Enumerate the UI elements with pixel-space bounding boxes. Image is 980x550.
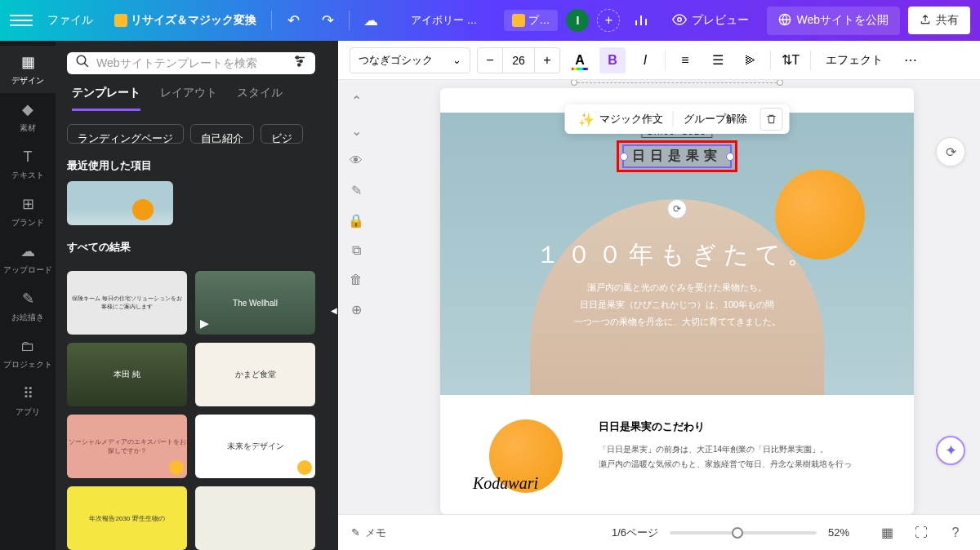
- reload-button[interactable]: ⟳: [936, 137, 965, 166]
- brand-title[interactable]: 日日是果実: [632, 149, 722, 162]
- chip-landing[interactable]: ランディングページ: [67, 124, 184, 144]
- spacing-button[interactable]: ⫸: [737, 47, 764, 73]
- template-thumb[interactable]: かまど食堂: [195, 343, 315, 406]
- thumb-label: 未来をデザイン: [227, 441, 284, 452]
- font-size-input[interactable]: [502, 48, 535, 73]
- duplicate-icon[interactable]: ⧉: [352, 243, 361, 258]
- increase-size-button[interactable]: +: [535, 48, 559, 73]
- template-thumb[interactable]: 本田 純: [67, 343, 187, 406]
- chip-business[interactable]: ビジ: [261, 124, 303, 144]
- upload-icon: ☁: [18, 242, 38, 261]
- kodawari-image[interactable]: Kodawari: [473, 419, 579, 501]
- rail-text[interactable]: Tテキスト: [0, 140, 56, 188]
- template-thumb[interactable]: The Wellhall▶: [195, 271, 315, 335]
- hero-title[interactable]: １００年もぎたて。: [440, 238, 914, 272]
- rail-apps[interactable]: ⠿アプリ: [0, 377, 56, 424]
- pro-label: プ…: [528, 13, 550, 28]
- template-thumb[interactable]: 年次報告2030 野生生物の: [67, 486, 187, 550]
- tab-templates[interactable]: テンプレート: [72, 86, 140, 111]
- document-title[interactable]: アイボリー …: [392, 13, 496, 28]
- rail-brand[interactable]: ⊞ブランド: [0, 188, 56, 235]
- chevron-down-icon[interactable]: ⌄: [351, 123, 362, 139]
- trash-icon[interactable]: 🗑: [350, 273, 363, 287]
- chevron-up-icon[interactable]: ⌃: [351, 93, 362, 109]
- zoom-slider[interactable]: [670, 531, 817, 534]
- rotate-handle-icon[interactable]: ⟳: [667, 199, 687, 219]
- ai-sparkle-button[interactable]: ✦: [936, 436, 965, 465]
- search-icon: [75, 54, 90, 72]
- notes-button[interactable]: ✎ メモ: [351, 526, 386, 540]
- template-thumb[interactable]: 保険キーム 毎日の住宅ソリューションをお客様にご案内します: [67, 271, 187, 335]
- recent-template-thumb[interactable]: [67, 181, 173, 226]
- menu-icon[interactable]: [10, 9, 33, 32]
- grid-view-icon[interactable]: ▦: [875, 521, 898, 544]
- avatar[interactable]: I: [566, 9, 589, 32]
- eye-off-icon[interactable]: 👁: [350, 153, 363, 168]
- tab-styles[interactable]: スタイル: [237, 86, 283, 111]
- align-button[interactable]: ≡: [672, 47, 698, 73]
- all-results-heading: すべての結果: [67, 240, 315, 255]
- selection-handles[interactable]: 日日是果実: [622, 144, 732, 168]
- rail-elements[interactable]: ◆素材: [0, 93, 56, 140]
- chevron-down-icon: ⌄: [452, 54, 461, 66]
- pro-button[interactable]: プ…: [504, 10, 558, 31]
- redo-icon[interactable]: ↷: [314, 7, 341, 33]
- canvas-wrap: ⌃ ⌄ 👁 ✎ 🔒 ⧉ 🗑 ⊕ ORE KA: [338, 80, 980, 514]
- preview-button[interactable]: プレビュー: [662, 7, 759, 34]
- bold-button[interactable]: B: [599, 47, 626, 73]
- template-thumb[interactable]: ソーシャルメディアのエキスパートをお探しですか？: [67, 415, 187, 478]
- ruler-handle-icon[interactable]: [571, 80, 577, 86]
- italic-button[interactable]: I: [632, 47, 658, 73]
- chip-self-intro[interactable]: 自己紹介: [190, 124, 254, 144]
- page-canvas[interactable]: ORE KA ✨ マジック作文 グループ解除: [440, 88, 914, 514]
- zoom-thumb[interactable]: [732, 527, 743, 539]
- svg-point-0: [678, 17, 682, 21]
- ungroup-button[interactable]: グループ解除: [674, 104, 757, 134]
- lock-icon[interactable]: 🔒: [348, 213, 364, 228]
- magic-write-button[interactable]: ✨ マジック作文: [568, 104, 673, 134]
- hero-description[interactable]: 瀬戸内の風と光のめぐみを受けた果物たち。 日日是果実（ひびこれかじつ）は、100…: [440, 279, 914, 330]
- publish-button[interactable]: Webサイトを公開: [767, 7, 900, 35]
- premium-badge-icon: [297, 460, 312, 475]
- template-thumb[interactable]: 未来をデザイン: [195, 415, 315, 478]
- rail-project[interactable]: 🗀プロジェクト: [0, 330, 56, 377]
- text-color-button[interactable]: A: [567, 47, 593, 73]
- notes-label: メモ: [365, 526, 386, 540]
- rail-draw[interactable]: ✎お絵描き: [0, 282, 56, 330]
- comment-icon[interactable]: ✎: [351, 183, 362, 198]
- delete-button[interactable]: [760, 108, 783, 131]
- ruler-handle-icon[interactable]: [777, 80, 783, 86]
- selected-text-element[interactable]: 日日是果実: [617, 140, 737, 172]
- analytics-icon[interactable]: [628, 7, 654, 33]
- more-icon[interactable]: ⋯: [898, 47, 924, 73]
- template-thumb[interactable]: [195, 486, 315, 550]
- page-indicator[interactable]: 1/6ページ: [612, 526, 658, 540]
- effects-button[interactable]: エフェクト: [817, 53, 891, 68]
- undo-icon[interactable]: ↶: [280, 7, 306, 33]
- fullscreen-icon[interactable]: ⛶: [910, 521, 933, 544]
- rail-upload[interactable]: ☁アップロード: [0, 235, 56, 282]
- help-icon[interactable]: ?: [944, 521, 967, 544]
- file-menu[interactable]: ファイル: [41, 8, 100, 33]
- kodawari-text[interactable]: 日日是果実のこだわり 「日日是果実」の前身は、大正14年創業の「日比野果実園」。…: [599, 419, 852, 501]
- tab-layouts[interactable]: レイアウト: [160, 86, 217, 111]
- search-input[interactable]: [96, 56, 286, 69]
- decrease-size-button[interactable]: −: [478, 48, 502, 73]
- cloud-sync-icon[interactable]: ☁: [358, 7, 384, 33]
- vertical-text-button[interactable]: ⇅T: [777, 47, 804, 73]
- add-member-icon[interactable]: +: [597, 9, 620, 32]
- font-select[interactable]: つなぎゴシック ⌄: [350, 47, 470, 73]
- rail-design[interactable]: ▦デザイン: [0, 46, 56, 93]
- canvas-scroll[interactable]: ORE KA ✨ マジック作文 グループ解除: [374, 80, 980, 514]
- elements-icon: ◆: [18, 100, 38, 119]
- list-button[interactable]: ☰: [705, 47, 731, 73]
- resize-magic-button[interactable]: リサイズ＆マジック変換: [108, 8, 263, 33]
- svg-point-5: [298, 64, 301, 66]
- share-button[interactable]: 共有: [908, 7, 970, 34]
- hero-line: 瀬戸内の風と光のめぐみを受けた果物たち。: [440, 279, 914, 296]
- cursive-label: Kodawari: [473, 474, 538, 493]
- zoom-value[interactable]: 52%: [828, 526, 864, 539]
- folder-icon: 🗀: [18, 336, 38, 356]
- add-page-icon[interactable]: ⊕: [351, 302, 362, 317]
- filter-icon[interactable]: [292, 54, 307, 72]
